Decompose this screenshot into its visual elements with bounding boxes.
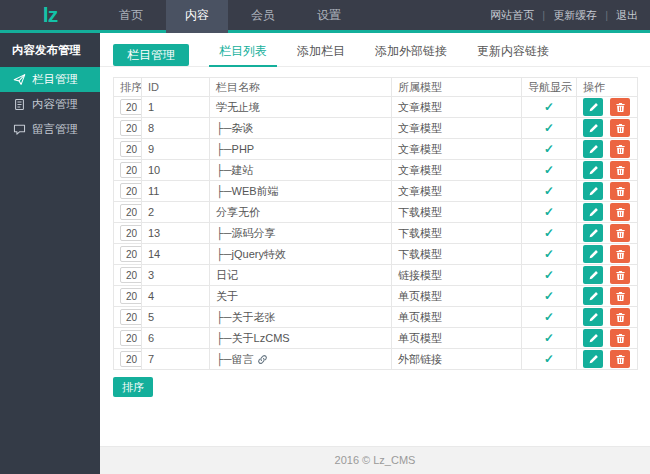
edit-button[interactable]: [583, 329, 603, 347]
id-cell: 8: [142, 118, 210, 139]
check-icon: ✓: [544, 100, 554, 114]
check-icon: ✓: [544, 352, 554, 366]
nav-item[interactable]: 首页: [100, 0, 162, 30]
sort-cell: [114, 160, 142, 181]
delete-button[interactable]: [610, 224, 630, 242]
model-cell: 下载模型: [392, 244, 522, 265]
nav-display-cell: ✓: [522, 244, 577, 265]
column-header: 导航显示: [522, 78, 577, 97]
main-content: 栏目管理 栏目列表添加栏目添加外部链接更新内容链接 排序ID栏目名称所属模型导航…: [100, 33, 650, 474]
sort-cell: [114, 307, 142, 328]
sort-input[interactable]: [120, 204, 142, 220]
operations-cell: [577, 139, 638, 160]
name-cell: ├─建站: [210, 160, 392, 181]
sort-input[interactable]: [120, 225, 142, 241]
edit-button[interactable]: [583, 161, 603, 179]
table-row: 10 ├─建站 文章模型 ✓: [114, 160, 638, 181]
panel-title-button[interactable]: 栏目管理: [113, 44, 189, 66]
check-icon: ✓: [544, 121, 554, 135]
sort-input[interactable]: [120, 99, 142, 115]
delete-button[interactable]: [610, 203, 630, 221]
delete-button[interactable]: [610, 182, 630, 200]
pencil-icon: [588, 123, 599, 134]
tab[interactable]: 栏目列表: [209, 40, 277, 67]
sort-input[interactable]: [120, 162, 142, 178]
sidebar-item[interactable]: 栏目管理: [0, 67, 100, 92]
sidebar-item[interactable]: 内容管理: [0, 92, 100, 117]
topbar-link[interactable]: 退出: [616, 9, 638, 21]
delete-button[interactable]: [610, 266, 630, 284]
delete-button[interactable]: [610, 98, 630, 116]
edit-button[interactable]: [583, 98, 603, 116]
column-header: 所属模型: [392, 78, 522, 97]
sort-input[interactable]: [120, 309, 142, 325]
sort-cell: [114, 202, 142, 223]
delete-button[interactable]: [610, 119, 630, 137]
name-cell: ├─留言: [210, 349, 392, 370]
edit-button[interactable]: [583, 203, 603, 221]
topbar-link[interactable]: 更新缓存: [553, 9, 597, 21]
logo[interactable]: lz: [0, 0, 100, 30]
delete-button[interactable]: [610, 287, 630, 305]
name-cell: 关于: [210, 286, 392, 307]
operations-cell: [577, 160, 638, 181]
delete-button[interactable]: [610, 161, 630, 179]
footer: 2016 © Lz_CMS: [100, 446, 650, 474]
name-cell: ├─PHP: [210, 139, 392, 160]
edit-button[interactable]: [583, 140, 603, 158]
edit-button[interactable]: [583, 266, 603, 284]
sidebar-item-label: 内容管理: [32, 97, 78, 112]
sort-input[interactable]: [120, 288, 142, 304]
sort-input[interactable]: [120, 351, 142, 367]
delete-button[interactable]: [610, 329, 630, 347]
sort-input[interactable]: [120, 246, 142, 262]
nav-item[interactable]: 内容: [166, 0, 228, 33]
id-cell: 14: [142, 244, 210, 265]
name-cell: ├─jQuery特效: [210, 244, 392, 265]
sort-submit-button[interactable]: 排序: [113, 377, 153, 397]
topbar-link[interactable]: 网站首页: [490, 9, 534, 21]
name-cell: ├─WEB前端: [210, 181, 392, 202]
tab[interactable]: 添加栏目: [287, 40, 355, 66]
sort-cell: [114, 265, 142, 286]
edit-button[interactable]: [583, 245, 603, 263]
tab[interactable]: 添加外部链接: [365, 40, 457, 66]
trash-icon: [615, 249, 626, 260]
edit-button[interactable]: [583, 224, 603, 242]
id-cell: 3: [142, 265, 210, 286]
edit-button[interactable]: [583, 182, 603, 200]
tab[interactable]: 更新内容链接: [467, 40, 559, 66]
id-cell: 9: [142, 139, 210, 160]
table-row: 1 学无止境 文章模型 ✓: [114, 97, 638, 118]
pencil-icon: [588, 270, 599, 281]
sort-input[interactable]: [120, 120, 142, 136]
edit-button[interactable]: [583, 308, 603, 326]
sort-input[interactable]: [120, 267, 142, 283]
check-icon: ✓: [544, 163, 554, 177]
trash-icon: [615, 207, 626, 218]
trash-icon: [615, 291, 626, 302]
operations-cell: [577, 181, 638, 202]
sort-input[interactable]: [120, 330, 142, 346]
sort-input[interactable]: [120, 141, 142, 157]
sort-input[interactable]: [120, 183, 142, 199]
nav-display-cell: ✓: [522, 118, 577, 139]
edit-button[interactable]: [583, 287, 603, 305]
sort-cell: [114, 97, 142, 118]
edit-button[interactable]: [583, 350, 603, 368]
nav-display-cell: ✓: [522, 349, 577, 370]
comment-icon: [13, 123, 26, 136]
trash-icon: [615, 228, 626, 239]
table-header-row: 排序ID栏目名称所属模型导航显示操作: [114, 78, 638, 97]
delete-button[interactable]: [610, 140, 630, 158]
nav-item[interactable]: 会员: [232, 0, 294, 30]
delete-button[interactable]: [610, 245, 630, 263]
pencil-icon: [588, 333, 599, 344]
edit-button[interactable]: [583, 119, 603, 137]
pencil-icon: [588, 249, 599, 260]
nav-display-cell: ✓: [522, 286, 577, 307]
nav-item[interactable]: 设置: [298, 0, 360, 30]
sidebar-item[interactable]: 留言管理: [0, 117, 100, 142]
delete-button[interactable]: [610, 350, 630, 368]
delete-button[interactable]: [610, 308, 630, 326]
